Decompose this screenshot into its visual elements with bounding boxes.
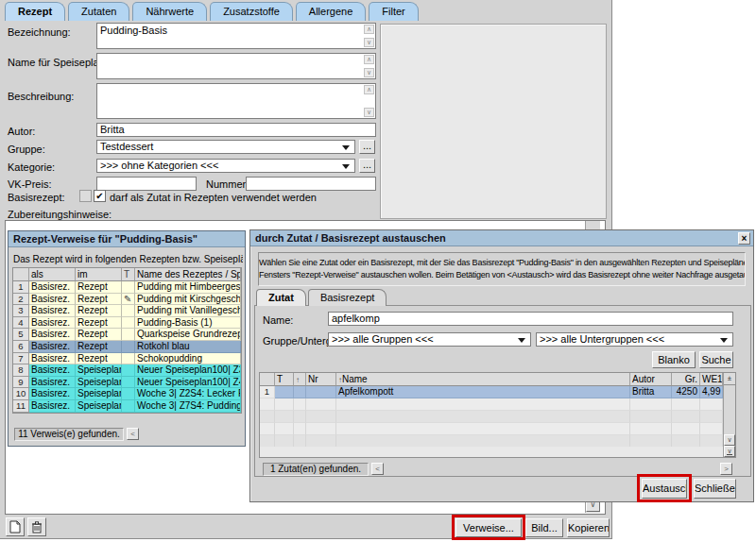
kopieren-button[interactable]: Kopieren... (567, 518, 610, 537)
col-name[interactable]: ↑Name (336, 373, 630, 386)
row-type-icon (122, 317, 135, 330)
beschreibung-textarea[interactable]: ∧ ∨ (96, 83, 376, 119)
col-we1[interactable]: WE1 (700, 373, 723, 386)
new-entry-button[interactable] (6, 517, 25, 536)
col-t[interactable]: T (275, 373, 294, 386)
verweise-table-row[interactable]: 4 Basisrez. Rezept Pudding-Basis (1) (13, 317, 241, 330)
basisrezept-checkbox[interactable] (79, 190, 92, 202)
scroll-right-button[interactable]: > (720, 463, 732, 475)
zutat-verwendbar-checkbox[interactable]: ✔ (94, 190, 106, 202)
verweise-button[interactable]: Verweise... (455, 518, 522, 537)
chevron-right-icon: > (724, 465, 729, 473)
col-als[interactable]: als (29, 268, 76, 281)
tab-zutaten[interactable]: Zutaten (68, 2, 129, 21)
untergruppen-select[interactable]: >>> alle Untergruppen <<< (536, 332, 733, 347)
zutat-table-row[interactable] (260, 435, 723, 447)
check-icon: ✔ (95, 191, 103, 201)
verweise-table-row[interactable]: 7 Basisrez. Rezept Schokopudding (13, 353, 241, 365)
bild-button[interactable]: Bild... (525, 518, 563, 537)
verweise-table-row[interactable]: 2 Basisrez. Rezept ✎ Pudding mit Kirschg… (13, 294, 241, 306)
col-im[interactable]: im (76, 268, 122, 281)
col-sort[interactable]: ↑ (294, 373, 306, 386)
scroll-end-button[interactable]: ∨ (724, 446, 735, 457)
vk-preis-input[interactable] (96, 177, 197, 191)
zutat-table-row[interactable] (260, 411, 723, 423)
row-type-icon (122, 377, 135, 389)
gruppe-select[interactable]: Testdessert (96, 140, 355, 154)
dialog-tabpanel: Name: apfelkomp Gruppe/Untergrp: >>> all… (254, 305, 751, 477)
schliessen-button[interactable]: Schließen (694, 479, 736, 499)
verweise-table-row[interactable]: 9 Basisrez. Speiseplan Neuer Speiseplan1… (13, 377, 241, 389)
gruppen-select[interactable]: >>> alle Gruppen <<< (328, 332, 531, 347)
chevron-left-icon: < (375, 465, 380, 473)
sort-up-icon: ↑ (296, 376, 300, 384)
zutat-table-row[interactable]: 1 Apfelkompott Britta 4250 4,99 (260, 386, 723, 398)
chevron-down-icon: ∨ (727, 448, 731, 455)
verweise-table-header: als im T Name des Rezeptes / Speise (13, 268, 241, 281)
scroll-up-icon[interactable]: ∧ (364, 25, 374, 34)
scroll-down-icon[interactable]: ∨ (364, 38, 374, 47)
tab-nährwerte[interactable]: Nährwerte (132, 2, 207, 21)
col-autor[interactable]: Autor (630, 373, 672, 386)
zutat-verwendbar-label: darf als Zutat in Rezepten verwendet wer… (110, 192, 317, 203)
blanko-button[interactable]: Blanko (652, 351, 696, 368)
row-type-icon (122, 388, 135, 400)
delete-button[interactable] (27, 517, 46, 536)
col-nr[interactable]: Nr (306, 373, 336, 386)
tab-allergene[interactable]: Allergene (296, 2, 366, 21)
suche-button[interactable]: Suche (699, 351, 733, 368)
verweise-status: 11 Verweis(e) gefunden. (14, 428, 124, 441)
verweise-table-row[interactable]: 3 Basisrez. Rezept Pudding mit Vanillege… (13, 305, 241, 317)
row-type-icon (122, 400, 135, 413)
kategorie-select[interactable]: >>> ohne Kategorien <<< (96, 159, 355, 173)
row-type-icon (122, 305, 135, 317)
zutat-status: 1 Zutat(en) gefunden. (263, 463, 369, 476)
scroll-left-button[interactable]: < (371, 463, 384, 475)
trash-icon (31, 521, 43, 534)
tab-zusatzstoffe[interactable]: Zusatzstoffe (210, 2, 293, 21)
tab-filter[interactable]: Filter (369, 2, 418, 21)
zutat-table-scrollbar[interactable]: ± ∨ ∨ (723, 373, 735, 457)
verweise-panel: Rezept-Verweise für "Pudding-Basis" Das … (8, 230, 246, 447)
verweise-table-row[interactable]: 1 Basisrez. Rezept Pudding mit Himbeerge… (13, 281, 241, 294)
scroll-down-icon[interactable]: ∨ (364, 108, 374, 117)
chevron-left-icon: < (130, 430, 135, 438)
bezeichnung-textarea[interactable]: Pudding-Basis ∧ ∨ (96, 23, 376, 49)
verweise-table-row[interactable]: 6 Basisrez. Rezept Rotkohl blau (13, 341, 241, 353)
verweise-table-row[interactable]: 8 Basisrez. Speiseplan Neuer Speiseplan1… (13, 364, 241, 377)
close-button[interactable]: × (738, 232, 750, 245)
zutat-table-body: 1 Apfelkompott Britta 4250 4,99 (260, 386, 723, 447)
scroll-down-icon[interactable]: ∨ (364, 68, 374, 77)
austausch-button[interactable]: Austausch (642, 479, 687, 499)
dialog-name-input[interactable]: apfelkomp (328, 312, 733, 326)
dialog-tab-basisrezept[interactable]: Basisrezept (308, 289, 387, 306)
gruppe-more-button[interactable]: ... (359, 140, 375, 154)
verweise-table-row[interactable]: 11 Basisrez. Speiseplan Woche 3| Z7S4: P… (13, 400, 241, 413)
speiseplan-name-label: Name für Speiseplan: (8, 57, 108, 68)
col-gr[interactable]: Gr. (672, 373, 700, 386)
scroll-up-icon[interactable]: ∧ (364, 85, 374, 94)
dialog-tab-zutat[interactable]: Zutat (256, 289, 306, 306)
col-name[interactable]: Name des Rezeptes / Speise (135, 268, 241, 281)
kategorie-more-button[interactable]: ... (359, 159, 375, 173)
zutat-table-row[interactable] (260, 423, 723, 435)
row-type-icon (122, 329, 135, 341)
row-type-icon (122, 364, 135, 377)
zutat-table-row[interactable] (260, 398, 723, 411)
verweise-table-row[interactable]: 10 Basisrez. Speiseplan Woche 3| Z2S4: L… (13, 388, 241, 400)
speiseplan-name-textarea[interactable]: ∧ ∨ (96, 53, 376, 79)
tab-rezept[interactable]: Rezept (5, 2, 65, 21)
close-icon: × (742, 233, 747, 244)
scroll-up-icon[interactable]: ∧ (364, 55, 374, 64)
nummer-input[interactable] (246, 177, 376, 191)
verweise-table-row[interactable]: 5 Basisrez. Rezept Quarkspeise Grundreze… (13, 329, 241, 341)
col-t[interactable]: T (122, 268, 135, 281)
autor-input[interactable]: Britta (96, 123, 376, 137)
row-type-icon (122, 353, 135, 365)
row-type-icon (122, 281, 135, 294)
scroll-down-button[interactable]: ∨ (724, 434, 735, 446)
scroll-left-button[interactable]: < (127, 428, 139, 440)
zubereitung-label: Zubereitungshinweise: (8, 209, 112, 220)
sort-both-icon: ± (724, 373, 735, 385)
gruppe-label: Gruppe: (8, 144, 45, 155)
